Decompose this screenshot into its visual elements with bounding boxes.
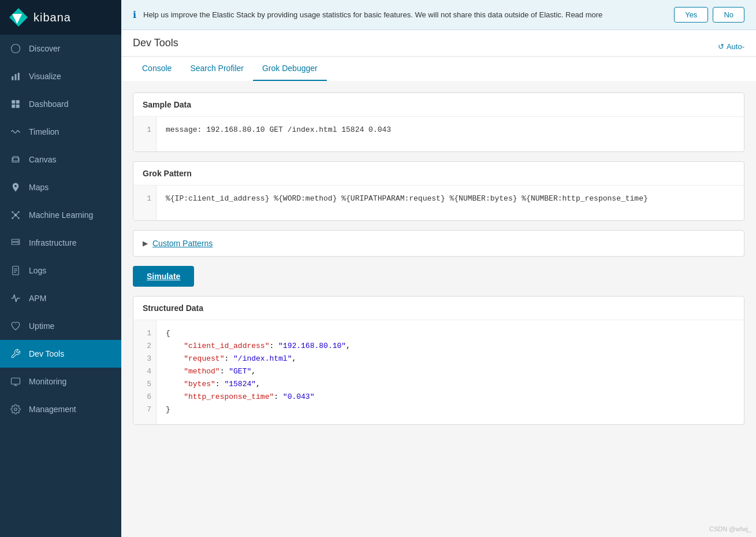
sidebar-label-timelion: Timelion [29,127,59,136]
sidebar-label-uptime: Uptime [29,321,54,331]
svg-point-12 [12,211,13,213]
tab-grok-debugger[interactable]: Grok Debugger [253,57,327,81]
svg-rect-28 [12,378,20,384]
page-header: Dev Tools ↺ Auto- [121,30,756,57]
sidebar-label-logs: Logs [29,266,46,275]
server-icon [9,236,22,249]
sidebar-item-management[interactable]: Management [0,395,121,423]
svg-marker-1 [14,47,17,50]
auto-indent-button[interactable]: ↺ Auto- [718,42,744,51]
svg-point-0 [12,45,20,53]
svg-rect-3 [15,74,17,80]
sidebar-label-maps: Maps [29,183,49,192]
structured-data-section: Structured Data 1 2 3 4 5 6 7 { "client_… [133,296,744,425]
svg-point-15 [18,217,20,219]
sidebar-item-dev-tools[interactable]: Dev Tools [0,340,121,368]
page-title: Dev Tools [133,37,178,56]
no-button[interactable]: No [713,7,744,23]
watermark: CSDN @wfwj_ [709,525,751,532]
map-icon [9,181,22,194]
sample-data-content[interactable]: message: 192.168.80.10 GET /index.html 1… [157,117,744,151]
sidebar-item-timelion[interactable]: Timelion [0,118,121,146]
svg-point-22 [18,240,19,241]
sidebar-item-machine-learning[interactable]: Machine Learning [0,201,121,229]
grok-pattern-content[interactable]: %{IP:client_id_address} %{WORD:method} %… [157,186,744,220]
monitor-icon [9,375,22,388]
grok-pattern-section: Grok Pattern 1 %{IP:client_id_address} %… [133,161,744,221]
wrench-icon [9,347,22,360]
compass-icon [9,42,22,55]
sample-data-header: Sample Data [133,93,744,117]
gear-icon [9,403,22,416]
json-line-2: "client_id_address": "192.168.80.10", [166,340,735,353]
structured-data-content: 1 2 3 4 5 6 7 { "client_id_address": "19… [133,320,744,424]
svg-rect-4 [18,73,20,80]
layers-icon [9,153,22,166]
grid-icon [9,98,22,110]
structured-data-header: Structured Data [133,297,744,320]
sidebar-label-machine-learning: Machine Learning [29,210,93,220]
custom-patterns-toggle[interactable]: ▶ Custom Patterns [133,230,744,257]
sidebar-item-infrastructure[interactable]: Infrastructure [0,229,121,257]
sidebar: kibana Discover Visualize Dashboard Time… [0,0,121,537]
svg-rect-5 [12,100,15,103]
sidebar-item-canvas[interactable]: Canvas [0,146,121,173]
heartbeat-icon [9,320,22,332]
sidebar-label-apm: APM [29,294,46,303]
kibana-logo-icon [9,8,28,27]
json-line-7: } [166,403,735,416]
sidebar-label-canvas: Canvas [29,155,56,164]
sidebar-item-visualize[interactable]: Visualize [0,62,121,90]
json-line-4: "method": "GET", [166,365,735,378]
sample-data-section: Sample Data 1 message: 192.168.80.10 GET… [133,92,744,152]
sidebar-label-visualize: Visualize [29,72,61,81]
banner-actions: Yes No [674,7,744,23]
logo-area: kibana [0,0,121,35]
sample-data-line-numbers: 1 [133,117,157,151]
sidebar-label-discover: Discover [29,44,60,53]
tab-console[interactable]: Console [133,57,181,81]
svg-rect-2 [12,76,13,80]
sidebar-item-maps[interactable]: Maps [0,173,121,201]
svg-point-23 [18,243,19,244]
svg-rect-10 [13,157,18,161]
grok-pattern-header: Grok Pattern [133,162,744,186]
simulate-button[interactable]: Simulate [133,266,194,287]
app-name: kibana [33,11,71,24]
wave-icon [9,125,22,138]
sidebar-item-uptime[interactable]: Uptime [0,312,121,340]
doc-icon [9,264,22,277]
sidebar-label-monitoring: Monitoring [29,377,66,386]
sidebar-item-monitoring[interactable]: Monitoring [0,368,121,395]
grok-pattern-editor[interactable]: 1 %{IP:client_id_address} %{WORD:method}… [133,186,744,220]
sidebar-item-apm[interactable]: APM [0,284,121,312]
json-line-3: "request": "/index.html", [166,353,735,365]
svg-point-14 [12,217,13,219]
svg-rect-8 [16,105,20,108]
svg-line-16 [13,213,14,214]
structured-line-numbers: 1 2 3 4 5 6 7 [133,320,157,424]
json-line-1: { [166,327,735,340]
tab-search-profiler[interactable]: Search Profiler [181,57,253,81]
json-output: { "client_id_address": "192.168.80.10", … [157,320,744,424]
banner-text: Help us improve the Elastic Stack by pro… [143,10,667,19]
yes-button[interactable]: Yes [674,7,708,23]
svg-point-31 [14,408,17,411]
sidebar-label-infrastructure: Infrastructure [29,238,76,247]
svg-line-19 [17,216,18,217]
info-icon: ℹ [133,9,136,20]
sidebar-item-dashboard[interactable]: Dashboard [0,90,121,118]
custom-patterns-label: Custom Patterns [152,239,213,248]
sidebar-item-discover[interactable]: Discover [0,35,121,62]
dev-tools-tabs: Console Search Profiler Grok Debugger [121,57,756,81]
sidebar-item-logs[interactable]: Logs [0,257,121,284]
sidebar-label-dev-tools: Dev Tools [29,349,64,358]
svg-line-17 [17,213,18,214]
chevron-right-icon: ▶ [143,239,148,247]
apm-icon [9,292,22,305]
sidebar-label-management: Management [29,405,76,414]
svg-point-13 [18,211,20,213]
tab-content: Sample Data 1 message: 192.168.80.10 GET… [121,81,756,537]
sample-data-editor[interactable]: 1 message: 192.168.80.10 GET /index.html… [133,117,744,151]
main-content: ℹ Help us improve the Elastic Stack by p… [121,0,756,537]
